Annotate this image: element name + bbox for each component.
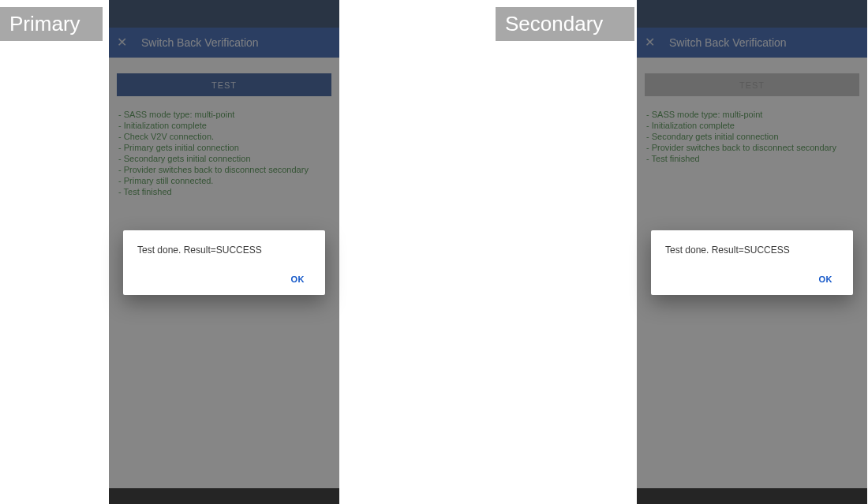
result-dialog: Test done. Result=SUCCESS OK bbox=[651, 230, 853, 295]
label-primary-device: Primary bbox=[0, 7, 103, 41]
dialog-actions: OK bbox=[137, 270, 311, 289]
label-secondary-text: Secondary bbox=[505, 12, 603, 36]
label-primary-text: Primary bbox=[9, 12, 80, 36]
dialog-ok-button[interactable]: OK bbox=[285, 270, 312, 289]
primary-device-frame: ✕ Switch Back Verification TEST - SASS m… bbox=[109, 0, 339, 504]
label-secondary-device: Secondary bbox=[496, 7, 634, 41]
dialog-message: Test done. Result=SUCCESS bbox=[665, 245, 839, 256]
result-dialog: Test done. Result=SUCCESS OK bbox=[123, 230, 325, 295]
dialog-message: Test done. Result=SUCCESS bbox=[137, 245, 311, 256]
dialog-actions: OK bbox=[665, 270, 839, 289]
dialog-ok-button[interactable]: OK bbox=[813, 270, 840, 289]
secondary-device-frame: ✕ Switch Back Verification TEST - SASS m… bbox=[637, 0, 867, 504]
